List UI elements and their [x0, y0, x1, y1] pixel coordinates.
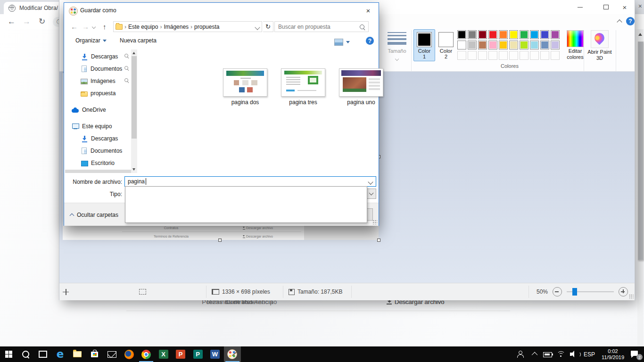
palette-color[interactable] — [530, 41, 539, 49]
file-item[interactable]: pagina dos — [218, 68, 272, 106]
sidebar-item-este-equipo[interactable]: Este equipo — [65, 121, 131, 132]
sidebar-item-descargas[interactable]: Descargas — [65, 133, 131, 144]
palette-empty-slot[interactable] — [478, 51, 487, 60]
scroll-up-icon[interactable] — [132, 52, 135, 54]
taskbar-chrome-button[interactable] — [138, 346, 155, 362]
filename-input[interactable]: pagina — [124, 176, 376, 187]
palette-empty-slot[interactable] — [530, 51, 539, 60]
browser-forward-icon[interactable]: → — [23, 14, 31, 29]
color1-button[interactable]: Color1 — [413, 29, 435, 61]
size-button[interactable]: Tamaño — [384, 29, 410, 70]
palette-empty-slot[interactable] — [509, 51, 518, 60]
taskbar-powerpoint-button[interactable]: P — [172, 346, 189, 362]
palette-color[interactable] — [499, 30, 508, 39]
language-indicator[interactable]: ESP — [581, 346, 598, 362]
close-button[interactable]: × — [614, 0, 635, 14]
minimize-button[interactable] — [570, 0, 590, 14]
address-dropdown-icon[interactable] — [255, 25, 260, 30]
palette-color[interactable] — [530, 30, 539, 39]
sidebar-item-im-genes[interactable]: Imágenes — [65, 170, 131, 173]
palette-color[interactable] — [488, 41, 497, 49]
refresh-button[interactable]: ↻ — [263, 21, 273, 32]
dialog-resize-grip-icon[interactable] — [372, 220, 377, 224]
browser-scrollbar[interactable] — [637, 29, 643, 346]
sidebar-item-escritorio[interactable]: Escritorio — [65, 157, 131, 168]
palette-color[interactable] — [488, 30, 497, 39]
hide-folders-button[interactable]: Ocultar carpetas — [70, 212, 118, 218]
taskbar-edge-button[interactable]: e — [52, 346, 69, 362]
people-icon[interactable] — [515, 346, 529, 362]
volume-icon[interactable] — [568, 346, 581, 362]
scrollbar-thumb[interactable] — [132, 56, 137, 139]
palette-color[interactable] — [509, 30, 518, 39]
palette-empty-slot[interactable] — [488, 51, 497, 60]
palette-empty-slot[interactable] — [468, 51, 477, 60]
sidebar-item-propuesta[interactable]: propuesta — [65, 88, 131, 99]
wifi-icon[interactable] — [554, 346, 568, 362]
breadcrumb-item[interactable]: propuesta — [194, 24, 219, 30]
palette-empty-slot[interactable] — [520, 51, 528, 60]
filename-dropdown-icon[interactable] — [368, 179, 373, 184]
canvas-resize-handle-bottom[interactable] — [218, 239, 222, 242]
palette-color[interactable] — [520, 41, 528, 49]
filetype-combo[interactable] — [366, 189, 376, 199]
palette-color[interactable] — [540, 30, 549, 39]
taskbar-mail-button[interactable] — [103, 346, 120, 362]
back-icon[interactable]: ← — [71, 21, 78, 32]
zoom-in-button[interactable] — [619, 287, 628, 296]
action-center-icon[interactable]: 2 — [628, 346, 644, 362]
palette-empty-slot[interactable] — [457, 51, 466, 60]
palette-color[interactable] — [468, 30, 477, 39]
sidebar-item-im-genes[interactable]: Imágenes — [65, 75, 131, 86]
breadcrumb-item[interactable]: Imágenes — [164, 24, 189, 30]
taskbar-word-button[interactable]: W — [206, 346, 223, 362]
browser-back-icon[interactable]: ← — [8, 14, 16, 29]
color2-button[interactable]: Color2 — [435, 29, 457, 61]
palette-color[interactable] — [478, 41, 487, 49]
recent-locations-icon[interactable] — [92, 21, 95, 32]
nav-scrollbar[interactable] — [131, 49, 137, 173]
palette-color[interactable] — [457, 41, 466, 49]
help-icon[interactable]: ? — [366, 37, 374, 45]
scroll-up-icon[interactable] — [638, 33, 642, 36]
edit-colors-button[interactable]: Editar colores — [563, 29, 587, 60]
taskbar-start-button[interactable] — [0, 346, 17, 362]
taskbar-task-view-button[interactable] — [34, 346, 51, 362]
taskbar-search-button[interactable] — [17, 346, 34, 362]
tray-chevron-up-icon[interactable] — [529, 346, 541, 362]
battery-icon[interactable] — [541, 346, 554, 362]
file-item[interactable]: pagina uno — [334, 68, 388, 106]
taskbar-firefox-button[interactable] — [121, 346, 138, 362]
browser-close-icon[interactable]: × — [638, 2, 642, 10]
palette-color[interactable] — [499, 41, 508, 49]
palette-color[interactable] — [478, 30, 487, 39]
scrollbar-thumb[interactable] — [638, 41, 644, 260]
taskbar-excel-button[interactable]: X — [155, 346, 172, 362]
taskbar-file-explorer-button[interactable] — [69, 346, 86, 362]
palette-color[interactable] — [540, 41, 549, 49]
dialog-close-button[interactable]: × — [358, 3, 379, 18]
paint-help-icon[interactable]: ? — [626, 17, 635, 25]
zoom-slider[interactable] — [567, 288, 614, 296]
maximize-button[interactable] — [595, 0, 616, 14]
palette-color[interactable] — [551, 30, 560, 39]
taskbar-store-button[interactable] — [86, 346, 103, 362]
sidebar-item-documentos[interactable]: Documentos — [65, 145, 131, 156]
breadcrumb-item[interactable]: Este equipo — [128, 24, 158, 30]
taskbar-paint-button[interactable] — [224, 346, 241, 362]
forward-icon[interactable]: → — [82, 21, 89, 32]
organize-button[interactable]: Organizar — [75, 37, 107, 44]
canvas-resize-handle-corner[interactable] — [377, 239, 380, 242]
resize-grip-icon[interactable] — [629, 294, 634, 299]
scroll-down-icon[interactable] — [132, 168, 135, 171]
new-folder-button[interactable]: Nueva carpeta — [120, 37, 157, 44]
taskbar-publisher-button[interactable]: P — [190, 346, 206, 362]
open-paint3d-button[interactable]: Abrir Paint 3D — [586, 29, 613, 61]
palette-color[interactable] — [509, 41, 518, 49]
file-item[interactable]: pagina tres — [276, 68, 330, 106]
zoom-slider-thumb[interactable] — [572, 288, 577, 296]
palette-empty-slot[interactable] — [551, 51, 560, 60]
collapse-ribbon-icon[interactable] — [617, 19, 622, 25]
palette-color[interactable] — [468, 41, 477, 49]
address-bar[interactable]: ›Este equipo›Imágenes›propuesta — [113, 21, 262, 32]
